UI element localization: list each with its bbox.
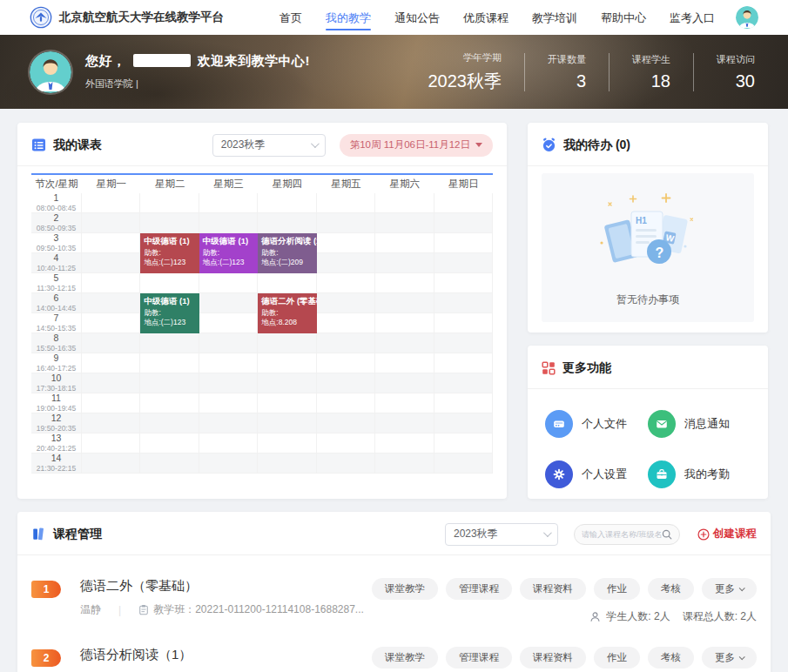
timetable-cell [317,213,375,233]
stat-label: 课程学生 [632,53,670,66]
course-action-button[interactable]: 课堂教学 [372,647,438,669]
timetable-cell [82,253,140,273]
more-function-label: 个人设置 [582,467,627,482]
course-action-button[interactable]: 作业 [594,578,640,600]
timetable-cell [82,433,140,454]
period-time: 11:30-12:15 [37,284,76,292]
timetable-event[interactable]: 中级德语 (1)助教:地点:(二)123 [140,293,199,333]
timetable-event[interactable]: 中级德语 (1)助教:地点:(二)123 [199,233,258,273]
chevron-down-icon [739,585,745,591]
period-time: 19:00-19:45 [37,404,76,413]
university-logo-icon [30,6,52,29]
course-action-button[interactable]: 作业 [594,647,640,669]
course-class-code: 教学班：20221-011200-12114108-1688287... [153,602,364,617]
course-action-button[interactable]: 课程资料 [520,578,586,600]
gear-icon [545,460,573,488]
timetable-event[interactable]: 中级德语 (1)助教:地点:(二)123 [140,233,199,273]
timetable-icon [31,138,46,152]
todo-card: 我的待办 (0) W H1 [528,123,768,333]
timetable-col-header: 节次/星期 [31,175,82,193]
user-avatar-small[interactable] [736,6,758,29]
event-assistant: 助教: [144,248,195,258]
divider [17,554,771,555]
nav-item-home[interactable]: 首页 [280,1,302,34]
period-number: 9 [54,353,59,364]
mail-icon [648,410,676,438]
more-function-mail[interactable]: 消息通知 [648,410,751,438]
course-row: 1德语二外（零基础）温静|教学班：20221-011200-12114108-1… [31,578,757,624]
period-time: 17:30-18:15 [37,384,76,393]
course-action-button[interactable]: 考核 [648,647,694,669]
more-function-drive[interactable]: 个人文件 [545,410,648,438]
nav-item-my-teaching[interactable]: 我的教学 [326,1,371,34]
timetable-period-label: 1320:40-21:25 [31,433,82,454]
course-actions-area: 课堂教学管理课程课程资料作业考核更多学生人数: 2人课程总人数: 2人 [372,578,757,624]
timetable-cell [375,393,434,413]
timetable-cell [199,413,258,433]
period-number: 1 [54,193,59,204]
nav-item-teaching-training[interactable]: 教学培训 [532,1,577,34]
event-location: 地点:8.208 [261,318,313,327]
chevron-down-icon [739,654,745,660]
period-number: 11 [51,393,61,404]
timetable-cell [82,213,140,233]
course-action-more-button[interactable]: 更多 [702,578,757,600]
timetable-cell [258,393,316,413]
course-action-button[interactable]: 管理课程 [446,647,512,669]
course-name[interactable]: 德语二外（零基础） [80,578,364,595]
timetable-period-label: 815:50-16:35 [31,333,82,353]
timetable-cell [434,253,493,273]
period-number: 14 [51,454,62,464]
timetable-cell [140,373,199,393]
stat-value: 3 [548,71,586,91]
period-time: 14:50-15:35 [37,324,76,333]
course-student-count: 学生人数: 2人 [606,609,670,624]
more-function-attendance[interactable]: 我的考勤 [648,460,751,488]
timetable-cell [434,273,493,293]
period-number: 6 [54,293,59,304]
nav-item-help-center[interactable]: 帮助中心 [601,1,646,34]
nav-item-quality-courses[interactable]: 优质课程 [463,1,508,34]
course-info: 德语分析阅读（1）温静|教学班：2023-2024-1-B3I122530-00… [80,647,329,672]
more-function-gear[interactable]: 个人设置 [545,460,648,488]
clipboard-icon [138,604,149,615]
create-course-button[interactable]: 创建课程 [697,527,757,541]
timetable-cell [375,413,434,433]
course-action-button[interactable]: 考核 [648,578,694,600]
course-action-button[interactable]: 课堂教学 [372,578,438,600]
timetable-cell [199,213,258,233]
search-icon[interactable] [662,529,672,540]
event-assistant: 助教: [203,248,254,258]
period-time: 15:50-16:35 [37,344,76,353]
timetable-cell [199,333,258,353]
course-row: 2德语分析阅读（1）温静|教学班：2023-2024-1-B3I122530-0… [31,647,757,672]
course-action-button[interactable]: 课程资料 [520,647,586,669]
timetable-cell [317,313,375,333]
banner-stat: 课程访问30 [693,53,758,91]
course-search-input[interactable] [582,530,662,539]
nav-item-proctor-entry[interactable]: 监考入口 [670,1,715,34]
nav-menu: 首页我的教学通知公告优质课程教学培训帮助中心监考入口 [280,1,715,34]
nav-item-notices[interactable]: 通知公告 [394,1,440,34]
course-action-more-button[interactable]: 更多 [702,647,757,669]
course-term-select[interactable]: 2023秋季 [445,523,558,546]
event-assistant: 助教: [261,248,313,258]
chevron-down-icon [543,528,552,537]
platform-title: 北京航空航天大学在线教学平台 [59,10,224,25]
timetable-cell [317,193,375,213]
schedule-term-select[interactable]: 2023秋季 [212,134,326,157]
event-title: 德语分析阅读 (1) [261,236,313,247]
schedule-title: 我的课表 [53,138,102,153]
course-name[interactable]: 德语分析阅读（1） [80,647,329,663]
timetable-event[interactable]: 德语分析阅读 (1)助教:地点:(二)209 [258,233,316,273]
course-action-button[interactable]: 管理课程 [446,578,512,600]
timetable-period-label: 108:00-08:45 [31,193,82,213]
stat-value: 30 [717,71,755,91]
period-number: 13 [51,433,62,444]
week-selector-button[interactable]: 第10周 11月06日-11月12日 [340,134,493,157]
timetable-cell [434,454,493,474]
timetable-cell [434,373,493,393]
timetable-event[interactable]: 德语二外 (零基础)助教:地点:8.208 [258,293,316,333]
course-list: 1德语二外（零基础）温静|教学班：20221-011200-12114108-1… [31,578,757,672]
timetable-cell [199,393,258,413]
